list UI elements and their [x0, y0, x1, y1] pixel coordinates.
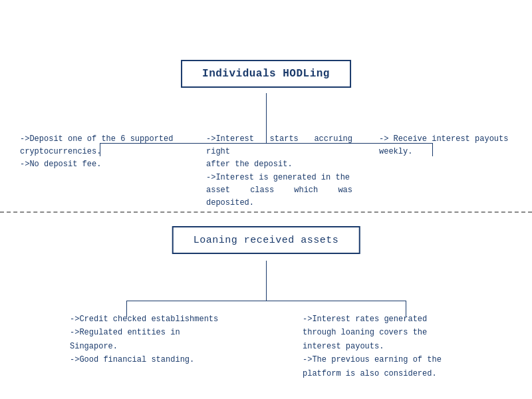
top-box-label: Individuals HODLing	[202, 68, 330, 80]
col-center-line1: ->Interest starts accruing right	[206, 134, 352, 156]
col-center-line2: after the deposit.	[206, 160, 293, 169]
col-bottom-left: ->Credit checked establishments ->Regula…	[70, 299, 229, 380]
bottom-box: Loaning received assets	[172, 226, 360, 254]
col-center-line3: ->Interest is generated in the	[206, 173, 350, 182]
col-bottom-right-line2: through loaning covers the	[303, 328, 427, 337]
col-left: ->Deposit one of the 6 supported cryptoc…	[20, 133, 180, 209]
col-right: -> Receive interest payouts weekly.	[379, 133, 512, 209]
col-bottom-right: ->Interest rates generated through loani…	[303, 299, 462, 380]
col-center-line4: asset class which was deposited.	[206, 186, 352, 207]
col-left-line2: cryptocurrencies.	[20, 147, 101, 156]
col-bottom-right-line1: ->Interest rates generated	[303, 315, 427, 324]
col-left-line1: ->Deposit one of the 6 supported	[20, 134, 173, 144]
bottom-box-label: Loaning received assets	[194, 235, 339, 246]
page-container: Individuals HODLing ->Deposit one of the…	[0, 0, 532, 399]
top-section-row: ->Deposit one of the 6 supported cryptoc…	[0, 133, 532, 209]
vertical-line-bottom	[266, 261, 267, 301]
col-bottom-right-line3: interest payouts.	[303, 342, 384, 351]
col-left-line3: ->No deposit fee.	[20, 160, 101, 169]
top-box: Individuals HODLing	[181, 60, 351, 88]
bottom-section-row: ->Credit checked establishments ->Regula…	[0, 299, 532, 380]
col-bottom-right-line4: ->The previous earning of the	[303, 355, 442, 364]
col-center: ->Interest starts accruing right after t…	[206, 133, 352, 209]
col-bottom-left-line3: Singapore.	[70, 342, 118, 351]
col-right-line2: weekly.	[379, 147, 412, 156]
col-bottom-right-line5: platform is also considered.	[303, 369, 437, 378]
col-bottom-left-line1: ->Credit checked establishments	[70, 315, 218, 324]
col-right-line1: -> Receive interest payouts	[379, 134, 508, 144]
col-bottom-left-line2: ->Regulated entities in	[70, 328, 180, 337]
dashed-divider	[0, 211, 532, 213]
col-bottom-left-line4: ->Good financial standing.	[70, 355, 194, 364]
